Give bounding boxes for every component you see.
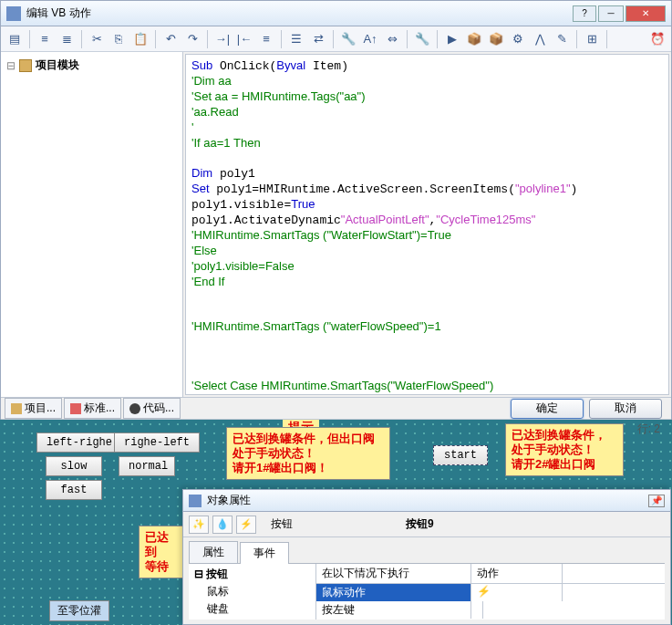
toolbar-button[interactable]: ☰ [286,29,306,49]
app-icon [6,6,21,21]
toolbar-button[interactable]: ≡ [256,29,276,49]
props-icon [189,495,202,507]
tree-button: ⊟ 按钮 [191,566,314,583]
tree-root-item[interactable]: ⊟ 项目模块 [5,56,179,75]
bottom-bar: 项目... 标准... 代码... 确定 取消 [1,397,671,419]
row-left-click[interactable]: 按左键 [316,601,471,619]
toolbar-button[interactable]: A↑ [360,29,380,49]
row-mouse-action[interactable]: 鼠标动作 [316,584,471,601]
btn-normal[interactable]: normal [119,456,175,476]
tree-keyboard[interactable]: 键盘 [191,600,314,618]
col-action: 动作 [471,564,563,583]
project-tree[interactable]: ⊟ 项目模块 [1,52,183,397]
toolbar-button[interactable]: ▤ [5,29,25,49]
toolbar: ▤≡≣✂⎘📋↶↷→||←≡☰⇄🔧A↑⇔🔧▶📦📦⚙⋀✎⊞⏰ [1,26,671,52]
status-bar: 行: 2 [1,419,671,437]
toolbar-button[interactable]: ↷ [182,29,202,49]
toolbar-button[interactable]: ⇄ [308,29,328,49]
toolbar-button[interactable]: 📦 [464,29,484,49]
toolbar-button[interactable]: |← [234,29,254,49]
tool-effect-icon[interactable]: ⚡ [236,516,256,534]
toolbar-button[interactable]: 🔧 [338,29,358,49]
code-editor[interactable]: Sub OnClick(Byval Item) 'Dim aa 'Set aa … [185,54,669,395]
toolbar-button[interactable]: 🔧 [412,29,432,49]
tab-standard[interactable]: 标准... [64,398,121,419]
toolbar-button[interactable]: ▶ [442,29,462,49]
toolbar-button[interactable]: ✂ [87,29,107,49]
tab-code[interactable]: 代码... [123,398,181,419]
btn-start[interactable]: start [433,445,488,465]
props-toolbar: ✨ 💧 ⚡ 按钮 按钮9 [183,512,670,537]
pin-button[interactable]: 📌 [648,495,665,507]
tool-wand-icon[interactable]: ✨ [189,516,209,534]
object-type: 按钮 [271,516,293,532]
window-title: 编辑 VB 动作 [26,5,91,21]
props-body: ⊟ 按钮 鼠标 键盘 在以下情况下执行 动作 鼠标动作⚡ 按左键 [189,563,665,620]
btn-slow[interactable]: slow [46,456,102,476]
toolbar-button[interactable]: →| [212,29,233,49]
toolbar-button[interactable]: ⚙ [508,29,528,49]
object-properties-window: 对象属性 📌 ✨ 💧 ⚡ 按钮 按钮9 属性 事件 ⊟ 按钮 鼠标 键盘 在以下… [182,489,671,625]
tab-project[interactable]: 项目... [5,398,62,419]
toolbar-button[interactable]: ⊞ [582,29,602,49]
ok-button[interactable]: 确定 [511,399,584,419]
btn-fast[interactable]: fast [46,480,102,500]
toolbar-button[interactable]: ⋀ [530,29,550,49]
toolbar-button[interactable]: ✎ [552,29,572,49]
toolbar-button[interactable]: ↶ [160,29,181,49]
props-title-text: 对象属性 [207,493,251,508]
tree-mouse[interactable]: 鼠标 [191,583,314,600]
tab-attributes[interactable]: 属性 [189,541,238,563]
props-tabs: 属性 事件 [183,537,670,563]
toolbar-button[interactable]: 📋 [130,29,150,49]
props-titlebar: 对象属性 📌 [183,490,670,512]
standard-icon [70,403,81,414]
toolbar-button[interactable]: 📦 [486,29,506,49]
code-icon [129,403,140,414]
cancel-button[interactable]: 取消 [589,399,662,419]
close-button[interactable]: ✕ [625,5,666,22]
vb-editor-window: 编辑 VB 动作 ? ─ ✕ ▤≡≣✂⎘📋↶↷→||←≡☰⇄🔧A↑⇔🔧▶📦📦⚙⋀… [0,0,672,420]
arrow-zero-tank[interactable]: 至零位灌 [49,600,109,621]
module-icon [19,59,32,72]
project-icon [11,403,22,414]
event-grid[interactable]: 在以下情况下执行 动作 鼠标动作⚡ 按左键 [316,564,665,620]
toolbar-button[interactable]: ⎘ [109,29,129,49]
toolbar-button[interactable]: ≡ [35,29,55,49]
toolbar-button[interactable]: ⇔ [382,29,402,49]
help-button[interactable]: ? [573,5,596,22]
toolbar-button[interactable]: ≣ [57,29,77,49]
col-condition: 在以下情况下执行 [316,564,471,583]
alarm-box-3: 已达到 等待 [139,526,184,578]
alarm-icon[interactable]: ⏰ [647,29,667,49]
tool-dropper-icon[interactable]: 💧 [212,516,233,534]
tab-events[interactable]: 事件 [240,542,289,564]
object-name: 按钮9 [406,516,434,532]
minimize-button[interactable]: ─ [598,5,624,22]
event-tree[interactable]: ⊟ 按钮 鼠标 键盘 [189,564,316,620]
tree-root-label: 项目模块 [36,57,79,73]
titlebar: 编辑 VB 动作 ? ─ ✕ [1,1,671,26]
